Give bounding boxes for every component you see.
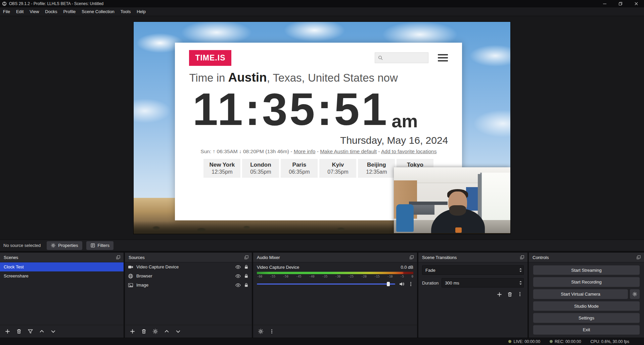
window-controls <box>597 0 644 7</box>
source-row-browser[interactable]: Browser <box>125 271 252 281</box>
visibility-eye-icon[interactable] <box>235 283 241 288</box>
lock-icon[interactable] <box>244 264 249 269</box>
globe-icon <box>128 273 133 279</box>
scene-transitions-dock: Scene Transitions Fade Duration 300 ms <box>418 253 527 338</box>
timeis-make-default-link[interactable]: Make Austin time default <box>320 148 377 154</box>
minimize-button[interactable] <box>597 0 612 7</box>
webcam-video-source <box>394 167 510 233</box>
city-box-new-york[interactable]: New York 12:35pm <box>203 159 240 178</box>
controls-popout-button[interactable] <box>636 255 641 260</box>
menu-profile[interactable]: Profile <box>60 7 79 16</box>
move-source-up-icon[interactable] <box>164 329 170 334</box>
mixer-level-db: 0.0 dB <box>401 265 413 270</box>
add-scene-icon[interactable] <box>5 329 10 334</box>
transitions-popout-button[interactable] <box>520 255 524 260</box>
popout-icon <box>520 255 524 260</box>
scene-filters-icon[interactable] <box>28 329 33 334</box>
city-box-kyiv[interactable]: Kyiv 07:35pm <box>319 159 356 178</box>
scene-list: Clock Test Screenshare <box>0 262 124 325</box>
source-row-image[interactable]: Image <box>125 281 252 290</box>
timeis-date: Thursday, May 16, 2024 <box>189 135 448 146</box>
source-properties-gear-icon[interactable] <box>152 329 158 334</box>
menu-bar: File Edit View Docks Profile Scene Colle… <box>0 7 644 16</box>
add-source-icon[interactable] <box>130 329 135 334</box>
transitions-dock-title: Scene Transitions <box>422 255 457 260</box>
live-status-icon <box>508 340 511 343</box>
timeis-add-favorite-link[interactable]: Add to favorite locations <box>381 148 436 154</box>
visibility-eye-icon[interactable] <box>235 273 241 279</box>
spinner-arrows-icon <box>519 280 522 286</box>
menu-edit[interactable]: Edit <box>13 7 27 16</box>
hamburger-menu-icon[interactable] <box>438 54 448 61</box>
timeis-logo[interactable]: TIME.IS <box>189 50 231 66</box>
menu-scene-collection[interactable]: Scene Collection <box>79 7 118 16</box>
timeis-search-box[interactable] <box>375 52 428 63</box>
popout-icon <box>409 255 414 260</box>
advanced-audio-gear-icon[interactable] <box>258 329 264 334</box>
volume-slider-handle[interactable] <box>387 282 390 286</box>
duration-spinbox[interactable]: 300 ms <box>442 278 524 288</box>
cpu-status: CPU: 0.6%, 30.00 fps <box>591 339 629 344</box>
filters-button[interactable]: Filters <box>86 241 113 250</box>
city-box-beijing[interactable]: Beijing 12:35am <box>358 159 395 178</box>
lock-icon[interactable] <box>244 283 249 288</box>
move-source-down-icon[interactable] <box>175 329 181 334</box>
scene-item-clock-test[interactable]: Clock Test <box>0 262 124 271</box>
scenes-toolbar <box>0 325 124 338</box>
remove-source-icon[interactable] <box>141 329 147 334</box>
scenes-dock: Scenes Clock Test Screenshare <box>0 253 124 338</box>
scene-item-screenshare[interactable]: Screenshare <box>0 271 124 281</box>
timeis-city-name: Austin <box>228 71 267 84</box>
close-button[interactable] <box>628 0 644 7</box>
obs-logo-icon <box>2 1 7 6</box>
menu-view[interactable]: View <box>27 7 42 16</box>
scenes-popout-button[interactable] <box>116 255 121 260</box>
timeis-more-info-link[interactable]: More info <box>294 148 316 154</box>
start-recording-button[interactable]: Start Recording <box>533 277 640 287</box>
menu-tools[interactable]: Tools <box>118 7 134 16</box>
preview-canvas[interactable]: TIME.IS Time in Austin, Texas, United St… <box>134 22 510 234</box>
mixer-options-dots-icon[interactable] <box>408 282 413 287</box>
remove-transition-icon[interactable] <box>507 292 513 297</box>
timeis-search-input[interactable] <box>385 55 425 60</box>
settings-button[interactable]: Settings <box>533 313 640 322</box>
filter-icon <box>90 243 95 248</box>
restore-button[interactable] <box>612 0 628 7</box>
studio-mode-button[interactable]: Studio Mode <box>533 301 640 311</box>
city-box-london[interactable]: London 05:35pm <box>242 159 279 178</box>
sources-dock: Sources Video Capture Device Browser <box>125 253 252 338</box>
add-transition-icon[interactable] <box>497 292 502 297</box>
properties-button[interactable]: Properties <box>47 241 82 250</box>
sources-popout-button[interactable] <box>244 255 249 260</box>
timeis-meridiem: am <box>392 109 418 133</box>
lock-icon[interactable] <box>244 273 249 278</box>
mixer-menu-dots-icon[interactable] <box>269 329 274 334</box>
controls-dock-title: Controls <box>533 255 549 260</box>
start-streaming-button[interactable]: Start Streaming <box>533 265 640 275</box>
speaker-icon[interactable] <box>399 281 405 287</box>
live-status: LIVE: 00:00:00 <box>508 339 540 344</box>
source-list: Video Capture Device Browser Image <box>125 262 252 325</box>
menu-docks[interactable]: Docks <box>42 7 60 16</box>
move-scene-up-icon[interactable] <box>39 329 45 334</box>
volume-slider[interactable] <box>257 282 395 287</box>
scenes-dock-title: Scenes <box>4 255 18 260</box>
audio-mixer-popout-button[interactable] <box>409 255 414 260</box>
exit-button[interactable]: Exit <box>533 325 640 335</box>
meter-scale: -60-55-50-45-40-35-30-25-20-15-10-50 <box>257 275 413 278</box>
obs-window: OBS 29.1.2 - Profile: LLHLS BETA - Scene… <box>0 0 644 345</box>
menu-file[interactable]: File <box>0 7 13 16</box>
dock-row: Scenes Clock Test Screenshare Sources <box>0 251 644 338</box>
menu-help[interactable]: Help <box>134 7 149 16</box>
virtual-camera-config-button[interactable] <box>630 289 640 299</box>
visibility-eye-icon[interactable] <box>235 264 241 270</box>
city-box-paris[interactable]: Paris 06:35pm <box>281 159 318 178</box>
source-row-video-capture[interactable]: Video Capture Device <box>125 262 252 271</box>
move-scene-down-icon[interactable] <box>50 329 56 334</box>
remove-scene-icon[interactable] <box>16 329 22 334</box>
transition-menu-dots-icon[interactable] <box>517 292 522 297</box>
transition-select[interactable]: Fade <box>422 265 524 275</box>
mixer-channel: Video Capture Device 0.0 dB -60-55-50-45… <box>253 262 417 325</box>
sources-toolbar <box>125 325 252 338</box>
start-virtual-camera-button[interactable]: Start Virtual Camera <box>533 289 628 299</box>
